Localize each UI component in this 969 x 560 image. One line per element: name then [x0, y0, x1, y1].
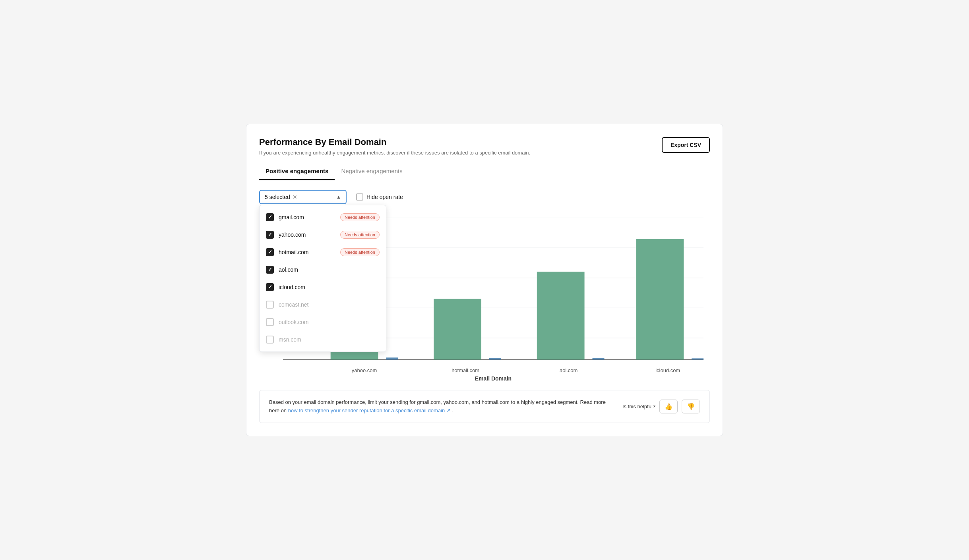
domain-label-outlook: outlook.com	[279, 319, 380, 325]
checkbox-outlook[interactable]	[266, 318, 274, 326]
dropdown-item-comcast[interactable]: comcast.net	[260, 296, 386, 313]
hide-open-rate-checkbox[interactable]	[356, 193, 363, 201]
selected-label: 5 selected ✕	[265, 194, 297, 200]
info-box: Based on your email domain performance, …	[259, 390, 710, 423]
helpful-row: Is this helpful? 👍 👎	[622, 400, 700, 413]
page-title: Performance By Email Domain	[259, 137, 530, 147]
chevron-up-icon: ▲	[336, 194, 341, 200]
main-card: Performance By Email Domain If you are e…	[246, 124, 723, 436]
tab-positive-engagements[interactable]: Positive engagements	[259, 164, 335, 180]
info-link[interactable]: how to strengthen your sender reputation…	[288, 407, 452, 413]
chart-label-icloud: icloud.com	[655, 367, 680, 373]
checkbox-gmail[interactable]	[266, 213, 274, 221]
dropdown-item-yahoo[interactable]: yahoo.com Needs attention	[260, 226, 386, 243]
domain-label-comcast: comcast.net	[279, 301, 380, 308]
bar-aol-green	[537, 272, 585, 360]
thumbs-down-icon: 👎	[687, 403, 695, 410]
domain-dropdown-trigger[interactable]: 5 selected ✕ ▲	[259, 190, 347, 204]
domain-dropdown-container: 5 selected ✕ ▲ gmail.com Needs attention…	[259, 190, 347, 204]
dropdown-item-msn[interactable]: msn.com	[260, 331, 386, 348]
needs-attention-badge-hotmail: Needs attention	[340, 248, 380, 256]
thumbs-down-button[interactable]: 👎	[682, 400, 700, 413]
needs-attention-badge-gmail: Needs attention	[340, 213, 380, 221]
info-text: Based on your email domain performance, …	[269, 398, 613, 415]
dropdown-item-gmail[interactable]: gmail.com Needs attention	[260, 209, 386, 226]
chart-label-aol: aol.com	[560, 367, 578, 373]
clear-selection-button[interactable]: ✕	[293, 194, 297, 200]
bar-hotmail-green	[434, 299, 481, 359]
domain-label-yahoo: yahoo.com	[279, 232, 335, 238]
bar-aol-blue	[593, 358, 605, 359]
checkbox-comcast[interactable]	[266, 301, 274, 309]
domain-label-hotmail: hotmail.com	[279, 249, 335, 255]
checkbox-hotmail[interactable]	[266, 248, 274, 256]
hide-open-rate-label[interactable]: Hide open rate	[356, 193, 403, 201]
checkbox-aol[interactable]	[266, 266, 274, 274]
tab-negative-engagements[interactable]: Negative engagements	[335, 164, 409, 180]
checkbox-icloud[interactable]	[266, 283, 274, 291]
dropdown-item-outlook[interactable]: outlook.com	[260, 313, 386, 331]
checkbox-msn[interactable]	[266, 336, 274, 344]
dropdown-item-icloud[interactable]: icloud.com	[260, 278, 386, 296]
domain-label-aol: aol.com	[279, 266, 380, 273]
domain-dropdown-menu: gmail.com Needs attention yahoo.com Need…	[259, 205, 386, 352]
header-row: Performance By Email Domain If you are e…	[259, 137, 710, 156]
thumbs-up-button[interactable]: 👍	[659, 400, 678, 413]
bar-hotmail-blue	[489, 358, 501, 359]
page-subtitle: If you are experiencing unhealthy engage…	[259, 150, 530, 156]
info-text-after-link: .	[452, 407, 454, 413]
chart-x-axis-label: Email Domain	[475, 375, 512, 380]
domain-label-icloud: icloud.com	[279, 284, 380, 290]
export-csv-button[interactable]: Export CSV	[662, 137, 710, 153]
hide-open-rate-text: Hide open rate	[366, 194, 403, 200]
bar-icloud-blue	[692, 358, 703, 359]
selected-count-label: 5 selected	[265, 194, 290, 200]
chart-label-yahoo: yahoo.com	[352, 367, 377, 373]
tabs-bar: Positive engagements Negative engagement…	[259, 164, 710, 180]
checkbox-yahoo[interactable]	[266, 231, 274, 239]
bar-icloud-green	[636, 239, 684, 359]
needs-attention-badge-yahoo: Needs attention	[340, 231, 380, 239]
thumbs-up-icon: 👍	[665, 403, 672, 410]
controls-row: 5 selected ✕ ▲ gmail.com Needs attention…	[259, 190, 710, 204]
dropdown-item-aol[interactable]: aol.com	[260, 261, 386, 278]
domain-label-msn: msn.com	[279, 336, 380, 343]
domain-label-gmail: gmail.com	[279, 214, 335, 220]
bar-yahoo-blue	[386, 357, 398, 359]
chart-label-hotmail: hotmail.com	[452, 367, 479, 373]
dropdown-item-hotmail[interactable]: hotmail.com Needs attention	[260, 243, 386, 261]
helpful-label: Is this helpful?	[622, 404, 655, 409]
header-text: Performance By Email Domain If you are e…	[259, 137, 530, 156]
